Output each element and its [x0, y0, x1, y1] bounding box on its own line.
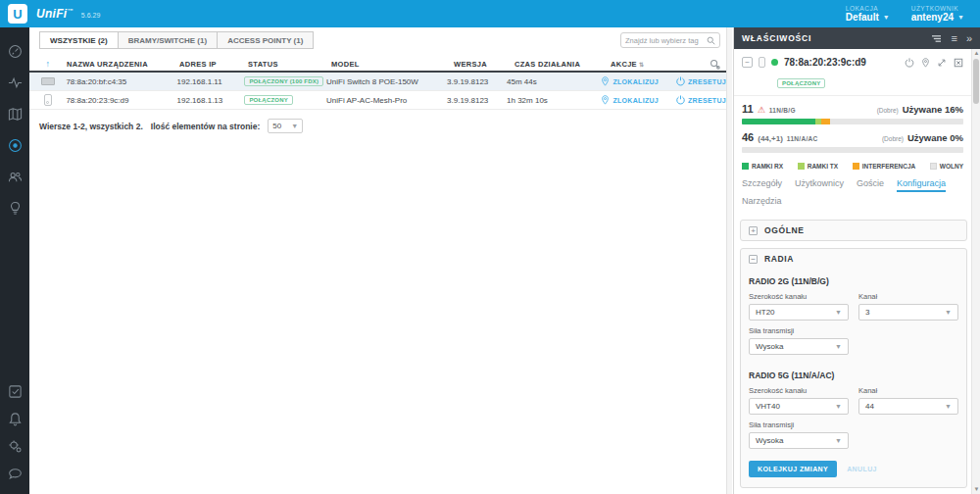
col-header-ip[interactable]: ADRES IP — [179, 60, 248, 69]
alerts-icon[interactable] — [7, 411, 24, 427]
tab-access-points[interactable]: ACCESS POINTY (1) — [218, 31, 314, 49]
status-badge: POŁĄCZONY — [244, 95, 292, 105]
tab-gateways-switches[interactable]: BRAMY/SWITCHE (1) — [119, 31, 218, 49]
tab-configuration[interactable]: Konfiguracja — [897, 178, 946, 192]
menu-icon[interactable]: ≡ — [951, 33, 956, 44]
location-selector[interactable]: LOKACJA Default▼ — [846, 5, 890, 23]
channel-5g-select[interactable]: 44▼ — [858, 398, 958, 415]
chevron-down-icon: ▼ — [291, 123, 298, 129]
legend-label: RAMKI TX — [808, 163, 838, 170]
tx-power-5g-select[interactable]: Wysoka▼ — [749, 432, 849, 449]
queue-changes-button[interactable]: KOLEJKUJ ZMIANY — [749, 461, 837, 477]
restart-button[interactable]: ZRESETUJ — [676, 76, 726, 86]
col-header-name[interactable]: NAZWA URZĄDZENIA — [67, 60, 179, 69]
tx-power-2g-select[interactable]: Wysoka▼ — [749, 338, 849, 355]
sort-ascending-icon[interactable]: ↑ — [46, 59, 51, 69]
panel-scrollbar[interactable]: ▲ ▼ — [971, 49, 980, 494]
device-model: UniFi Switch 8 POE-150W — [326, 77, 447, 86]
scroll-up-icon[interactable]: ▲ — [972, 49, 980, 58]
restart-button[interactable]: ZRESETUJ — [676, 95, 726, 105]
col-header-version[interactable]: WERSJA — [454, 60, 514, 69]
legend-label: RAMKI RX — [752, 163, 783, 170]
col-header-uptime[interactable]: CZAS DZIAŁANIA — [514, 60, 611, 69]
chevron-down-icon: ▼ — [883, 14, 890, 21]
radios-config-form: RADIO 2G (11N/B/G) Szerokość kanału HT20… — [741, 269, 966, 487]
restart-device-icon[interactable] — [905, 58, 914, 68]
channel-width-5g-select[interactable]: VHT40▼ — [749, 398, 849, 415]
section-label: OGÓLNE — [764, 225, 804, 235]
user-label: UŻYTKOWNIK — [911, 5, 958, 12]
ubiquiti-logo-icon[interactable]: U — [8, 4, 27, 24]
section-label: RADIA — [764, 254, 794, 264]
locate-device-icon[interactable] — [921, 58, 930, 68]
table-row[interactable]: 78:8a:20:23:9c:d9 192.168.1.13 POŁĄCZONY… — [29, 91, 726, 110]
properties-panel-header: WŁAŚCIWOŚCI ≡ » — [734, 27, 980, 49]
chat-icon[interactable] — [7, 466, 24, 482]
per-page-select[interactable]: 50 ▼ — [268, 119, 303, 133]
clients-icon[interactable] — [7, 169, 24, 185]
tab-users[interactable]: Użytkownicy — [795, 178, 844, 192]
device-search-box[interactable] — [620, 32, 720, 48]
collapse-icon: − — [749, 255, 758, 264]
tab-all-devices[interactable]: WSZYSTKIE (2) — [39, 31, 119, 49]
band-2g: 11N/B/G — [769, 107, 796, 114]
collapse-panel-icon[interactable]: » — [966, 33, 972, 44]
pagination-bar: Wiersze 1-2, wszystkich 2. Ilość element… — [39, 119, 726, 133]
table-header-row: ↑ NAZWA URZĄDZENIA ADRES IP STATUS MODEL… — [29, 57, 726, 73]
tab-guests[interactable]: Goście — [857, 178, 884, 192]
main-scrollbar[interactable] — [726, 27, 732, 494]
statistics-icon[interactable] — [7, 74, 24, 91]
expand-panel-icon[interactable] — [937, 58, 947, 68]
channel-5g: 46 — [742, 131, 754, 143]
access-point-device-icon — [44, 94, 52, 106]
panel-title: WŁAŚCIWOŚCI — [742, 33, 811, 43]
close-panel-icon[interactable] — [954, 58, 963, 68]
device-model: UniFi AP-AC-Mesh-Pro — [326, 96, 447, 105]
table-row[interactable]: 78:8a:20:bf:c4:35 192.168.1.11 POŁĄCZONY… — [29, 73, 726, 91]
tx-frames-segment — [815, 119, 822, 124]
locate-button[interactable]: ZLOKALIZUJ — [601, 95, 659, 105]
brand-name: UniFi™ — [36, 7, 74, 21]
chevron-down-icon: ▼ — [945, 403, 952, 410]
col-header-model[interactable]: MODEL — [331, 60, 454, 69]
events-icon[interactable] — [7, 383, 24, 400]
user-selector[interactable]: UŻYTKOWNIK anteny24▼ — [911, 5, 964, 23]
channel-2g: 11 — [742, 103, 754, 115]
settings-icon[interactable] — [7, 438, 24, 455]
section-radios-header[interactable]: − RADIA — [741, 249, 966, 269]
scrollbar-thumb[interactable] — [973, 59, 979, 104]
device-ip: 192.168.1.13 — [177, 96, 245, 105]
device-name: 78:8a:20:bf:c4:35 — [66, 77, 176, 86]
locate-button[interactable]: ZLOKALIZUJ — [601, 76, 659, 86]
device-uptime: 1h 32m 10s — [507, 96, 601, 105]
sort-panel-icon[interactable] — [931, 34, 942, 43]
section-general-header[interactable]: + OGÓLNE — [741, 221, 966, 240]
chevron-down-icon: ▼ — [945, 309, 952, 316]
panel-tabs: Szczegóły Użytkownicy Goście Konfiguracj… — [734, 170, 971, 214]
search-input[interactable] — [625, 36, 707, 45]
insights-icon[interactable] — [7, 200, 24, 217]
interference-swatch-icon — [853, 163, 859, 170]
table-settings-icon[interactable] — [710, 59, 720, 70]
channel-2g-select[interactable]: 3▼ — [858, 304, 958, 321]
devices-icon[interactable] — [7, 137, 24, 154]
channel-detail-5g: (44,+1) — [758, 134, 783, 143]
map-icon[interactable] — [7, 106, 24, 123]
scroll-down-icon[interactable]: ▼ — [972, 485, 980, 494]
top-bar: U UniFi™ 5.6.29 LOKACJA Default▼ UŻYTKOW… — [0, 0, 980, 27]
access-point-thumbnail-icon — [759, 57, 765, 68]
channel-width-2g-select[interactable]: HT20▼ — [749, 304, 849, 321]
minimize-icon[interactable]: − — [742, 57, 753, 68]
col-header-status[interactable]: STATUS — [248, 60, 331, 69]
location-label: LOKACJA — [846, 5, 878, 12]
tx-power-label: Siła transmisji — [749, 420, 958, 429]
device-uptime: 45m 44s — [507, 77, 601, 86]
device-ip: 192.168.1.11 — [177, 77, 245, 86]
tab-tools[interactable]: Narzędzia — [742, 196, 782, 208]
dashboard-icon[interactable] — [7, 43, 24, 60]
chevron-down-icon: ▼ — [835, 437, 842, 444]
tab-details[interactable]: Szczegóły — [742, 178, 782, 192]
cancel-button[interactable]: ANULUJ — [847, 466, 877, 472]
controller-version: 5.6.29 — [81, 12, 100, 19]
channel-label: Kanał — [858, 386, 958, 395]
